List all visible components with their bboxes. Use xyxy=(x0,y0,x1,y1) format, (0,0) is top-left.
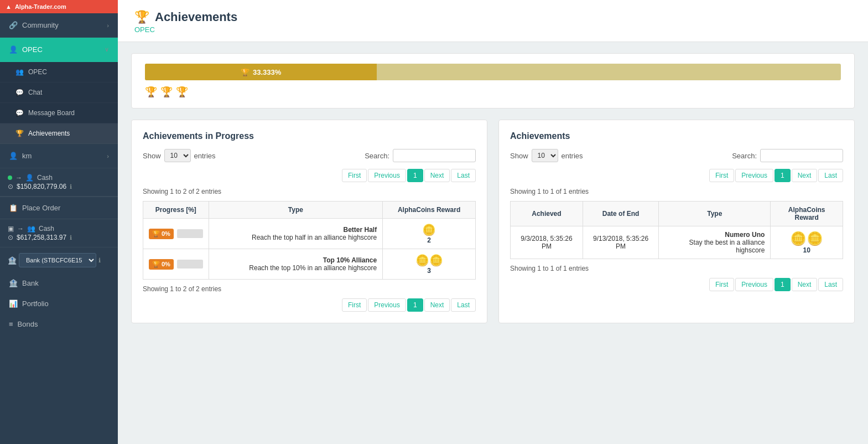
ach-pagination-bottom: First Previous 1 Next Last xyxy=(510,278,843,291)
ach-previous-button-top[interactable]: Previous xyxy=(735,169,773,182)
bank-icon: 🏦 xyxy=(8,256,17,265)
sidebar-sub-label: Achievements xyxy=(28,130,70,137)
pagination-buttons-bottom: First Previous 1 Next Last xyxy=(342,298,476,312)
last-button-bottom[interactable]: Last xyxy=(451,298,476,312)
ach-page-1-button-bottom[interactable]: 1 xyxy=(775,278,791,291)
date-end-value: 9/13/2018, 5:35:26 PM xyxy=(593,235,648,250)
sidebar-submenu: 👥 OPEC 💬 Chat 💬 Message Board 🏆 Achievem… xyxy=(0,62,118,144)
last-button-top[interactable]: Last xyxy=(451,169,476,182)
ach-table-body: 9/3/2018, 5:35:26 PM 9/13/2018, 5:35:26 … xyxy=(511,226,843,259)
green-status-dot xyxy=(8,175,12,180)
user-icon-small: 👤 xyxy=(25,174,34,182)
col-type: Type xyxy=(209,202,383,219)
ach-last-button-bottom[interactable]: Last xyxy=(818,278,843,291)
bonds-label: Bonds xyxy=(18,320,38,328)
ach-reward-cell: 🪙🪙 10 xyxy=(771,226,843,259)
trophy-icons-row: 🏆 🏆 🏆 xyxy=(145,86,841,98)
bank-nav-label: Bank xyxy=(22,279,39,287)
ach-last-button-top[interactable]: Last xyxy=(818,169,843,182)
progress-cell-inner-2: 🏆 0% xyxy=(149,259,203,270)
trophy-2: 🏆 xyxy=(160,86,173,98)
pagination-top: First Previous 1 Next Last xyxy=(143,169,476,182)
bonds-icon: ≡ xyxy=(9,320,13,328)
progress-cell-1: 🏆 0% xyxy=(143,219,209,249)
page-trophy-icon: 🏆 xyxy=(134,10,149,24)
ach-table-header: Achieved Date of End Type AlphaCoins Rew… xyxy=(511,202,843,226)
pagination-buttons-top: First Previous 1 Next Last xyxy=(342,169,476,182)
place-order-button[interactable]: 📋 Place Order xyxy=(0,197,118,219)
sidebar-item-opec[interactable]: 👤 OPEC ∨ xyxy=(0,38,118,62)
sidebar-item-bonds[interactable]: ≡ Bonds xyxy=(0,314,118,334)
achievements-data-table: Achieved Date of End Type AlphaCoins Rew… xyxy=(510,201,843,259)
type-cell-1: Better Half Reach the top half in an all… xyxy=(209,219,383,249)
sidebar-item-label: Community xyxy=(22,21,59,29)
ach-next-button-bottom[interactable]: Next xyxy=(792,278,818,291)
sidebar-item-portfolio[interactable]: 📊 Portfolio xyxy=(0,293,118,314)
arrow-right-icon-2: → xyxy=(17,225,24,233)
pagination-bottom: First Previous 1 Next Last xyxy=(143,298,476,312)
search-input-2[interactable] xyxy=(760,149,843,162)
type-detail: Reach the top half in an alliance highsc… xyxy=(215,234,377,241)
showing-text-top: Showing 1 to 2 of 2 entries xyxy=(143,188,476,195)
previous-button-bottom[interactable]: Previous xyxy=(368,298,406,312)
sidebar-item-opec-sub[interactable]: 👥 OPEC xyxy=(0,62,118,82)
type-cell-2: Top 10% Alliance Reach the top 10% in an… xyxy=(209,249,383,280)
progress-bar-fill: 🏆 33.333% xyxy=(145,64,377,80)
cash-amount-2: $617,258,313.97 xyxy=(17,234,66,241)
cash-value-row-1: ⊙ $150,820,779.06 ℹ xyxy=(8,183,110,190)
user-info-section: → 👤 Cash ⊙ $150,820,779.06 ℹ xyxy=(0,168,118,197)
info-icon-2[interactable]: ℹ xyxy=(70,234,72,241)
sidebar-item-bank[interactable]: 🏦 Bank xyxy=(0,273,118,293)
cash-amount-1: $150,820,779.06 xyxy=(17,183,66,190)
bank-selector[interactable]: 🏦 Bank (STBCFC6E15) ℹ xyxy=(8,253,110,267)
table-row: 9/3/2018, 5:35:26 PM 9/13/2018, 5:35:26 … xyxy=(511,226,843,259)
cash-row-1: → 👤 Cash xyxy=(8,174,110,182)
info-icon-1[interactable]: ℹ xyxy=(70,183,72,190)
bank-dropdown[interactable]: Bank (STBCFC6E15) xyxy=(19,253,96,267)
cash-label: Cash xyxy=(37,174,53,182)
ach-next-button-top[interactable]: Next xyxy=(792,169,818,182)
cash-label-2: Cash xyxy=(39,225,54,233)
ach-first-button-top[interactable]: First xyxy=(709,169,734,182)
first-button-top[interactable]: First xyxy=(342,169,367,182)
coin-icon-2: 🪙🪙 xyxy=(388,254,470,267)
ach-previous-button-bottom[interactable]: Previous xyxy=(735,278,773,291)
reward-count-1: 2 xyxy=(388,236,470,244)
sidebar-item-message-board[interactable]: 💬 Message Board xyxy=(0,103,118,123)
entries-select[interactable]: 10 xyxy=(164,149,191,162)
ach-coin-icon: 🪙🪙 xyxy=(776,231,837,246)
search-input[interactable] xyxy=(393,149,476,162)
next-button-top[interactable]: Next xyxy=(424,169,450,182)
col-date-end: Date of End xyxy=(583,202,658,226)
cash-row-2: ▣ → 👥 Cash xyxy=(8,225,110,233)
sidebar-item-km[interactable]: 👤 km › xyxy=(0,144,118,168)
progress-cell-2: 🏆 0% xyxy=(143,249,209,280)
cash-value-row-2: ⊙ $617,258,313.97 ℹ xyxy=(8,234,110,241)
bank-info-icon[interactable]: ℹ xyxy=(98,257,101,264)
progress-cell-inner: 🏆 0% xyxy=(149,229,203,239)
coin-icon: 🪙 xyxy=(388,223,470,236)
order-icon: 📋 xyxy=(9,204,18,212)
portfolio-label: Portfolio xyxy=(22,300,49,308)
ach-first-button-bottom[interactable]: First xyxy=(709,278,734,291)
achievements-card: Achievements Show 10 entries Search: xyxy=(498,120,855,323)
entries-select-2[interactable]: 10 xyxy=(532,149,558,162)
user-info-section-2: ▣ → 👥 Cash ⊙ $617,258,313.97 ℹ xyxy=(0,219,118,247)
first-button-bottom[interactable]: First xyxy=(342,298,367,312)
ach-page-1-button-top[interactable]: 1 xyxy=(775,169,791,182)
previous-button-top[interactable]: Previous xyxy=(368,169,406,182)
sidebar-item-chat[interactable]: 💬 Chat xyxy=(0,82,118,103)
achievements-controls: Show 10 entries Search: xyxy=(510,149,843,162)
sidebar-item-achievements[interactable]: 🏆 Achievements xyxy=(0,123,118,144)
in-progress-data-table: Progress [%] Type AlphaCoins Reward 🏆 xyxy=(143,201,476,280)
chevron-right-icon: › xyxy=(107,22,109,29)
chat-icon: 💬 xyxy=(15,89,24,96)
sidebar-item-community[interactable]: 🔗 Community › xyxy=(0,13,118,38)
page-1-button-bottom[interactable]: 1 xyxy=(407,298,423,312)
ach-type-bold: Numero Uno xyxy=(664,231,765,239)
progress-badge-1: 🏆 0% xyxy=(149,229,174,239)
showing-text-bottom: Showing 1 to 2 of 2 entries xyxy=(143,285,476,293)
sidebar-sub-label: Chat xyxy=(28,89,42,96)
next-button-bottom[interactable]: Next xyxy=(424,298,450,312)
page-1-button-top[interactable]: 1 xyxy=(407,169,423,182)
